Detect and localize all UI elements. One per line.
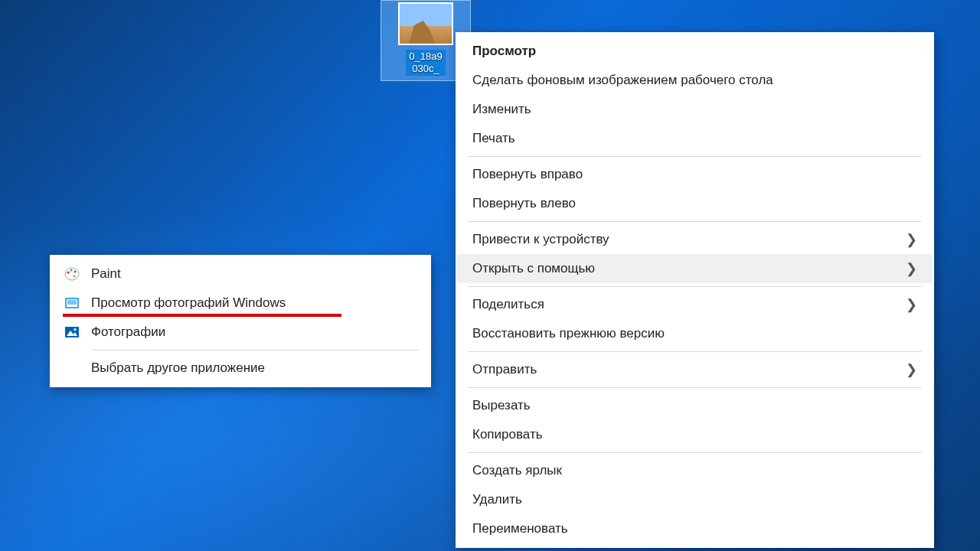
menu-item-set-wallpaper[interactable]: Сделать фоновым изображением рабочего ст… xyxy=(457,66,933,95)
open-with-submenu: Paint Просмотр фотографий Windows Фотогр… xyxy=(50,255,431,387)
svg-point-10 xyxy=(74,328,76,331)
menu-item-send-to[interactable]: Отправить ❯ xyxy=(457,355,933,384)
file-label-line1: 0_18a9 xyxy=(409,51,442,62)
submenu-label: Выбрать другое приложение xyxy=(91,360,265,376)
svg-point-2 xyxy=(70,269,72,271)
context-menu: Просмотр Сделать фоновым изображением ра… xyxy=(456,32,934,548)
menu-label: Сделать фоновым изображением рабочего ст… xyxy=(472,73,773,88)
menu-label: Удалить xyxy=(472,492,522,507)
photo-viewer-icon xyxy=(64,295,80,311)
menu-label: Копировать xyxy=(472,427,543,442)
menu-item-delete[interactable]: Удалить xyxy=(457,485,933,514)
menu-label: Создать ярлык xyxy=(472,463,562,478)
chevron-right-icon: ❯ xyxy=(906,231,917,248)
menu-label: Открыть с помощью xyxy=(472,261,595,276)
chevron-right-icon: ❯ xyxy=(906,260,917,277)
chevron-right-icon: ❯ xyxy=(906,361,917,378)
photos-icon xyxy=(64,324,80,341)
menu-separator xyxy=(468,156,922,157)
menu-label: Повернуть влево xyxy=(472,196,576,211)
svg-point-4 xyxy=(73,275,75,277)
menu-separator xyxy=(91,350,419,350)
file-thumbnail xyxy=(398,2,453,45)
file-label: 0_18a9 030c_ xyxy=(406,50,445,76)
submenu-item-paint[interactable]: Paint xyxy=(51,259,430,289)
menu-separator xyxy=(468,351,922,352)
menu-separator xyxy=(468,286,922,287)
svg-rect-7 xyxy=(67,300,77,305)
submenu-item-choose-other[interactable]: Выбрать другое приложение xyxy=(51,354,430,383)
menu-separator xyxy=(468,452,922,453)
menu-label: Печать xyxy=(472,131,515,146)
menu-label: Восстановить прежнюю версию xyxy=(472,326,665,341)
menu-separator xyxy=(468,387,922,388)
menu-separator xyxy=(468,221,922,222)
paint-icon xyxy=(64,266,80,282)
submenu-label: Просмотр фотографий Windows xyxy=(91,295,286,311)
menu-label: Привести к устройству xyxy=(472,232,609,247)
menu-item-preview[interactable]: Просмотр xyxy=(457,37,933,66)
menu-item-print[interactable]: Печать xyxy=(457,124,933,153)
menu-item-cut[interactable]: Вырезать xyxy=(457,391,933,420)
menu-label: Поделиться xyxy=(472,297,544,312)
menu-item-create-shortcut[interactable]: Создать ярлык xyxy=(457,456,933,485)
menu-label: Вырезать xyxy=(472,398,531,413)
menu-item-share[interactable]: Поделиться ❯ xyxy=(457,290,933,319)
svg-point-1 xyxy=(67,271,69,273)
annotation-underline xyxy=(63,314,341,317)
submenu-label: Paint xyxy=(91,266,121,282)
menu-item-rotate-left[interactable]: Повернуть влево xyxy=(457,189,933,218)
submenu-label: Фотографии xyxy=(91,324,165,340)
svg-point-3 xyxy=(74,270,76,272)
file-label-line2: 030c_ xyxy=(412,63,439,74)
menu-label: Просмотр xyxy=(472,44,536,59)
menu-item-restore-version[interactable]: Восстановить прежнюю версию xyxy=(457,319,933,348)
menu-label: Повернуть вправо xyxy=(472,167,583,182)
menu-item-edit[interactable]: Изменить xyxy=(457,95,933,124)
menu-item-cast-to-device[interactable]: Привести к устройству ❯ xyxy=(457,225,933,254)
submenu-item-photos[interactable]: Фотографии xyxy=(51,318,430,347)
menu-item-rename[interactable]: Переименовать xyxy=(457,514,933,543)
menu-label: Отправить xyxy=(472,362,537,377)
chevron-right-icon: ❯ xyxy=(906,296,917,313)
menu-item-copy[interactable]: Копировать xyxy=(457,420,933,449)
menu-item-rotate-right[interactable]: Повернуть вправо xyxy=(457,160,933,189)
menu-label: Изменить xyxy=(472,102,531,117)
menu-item-open-with[interactable]: Открыть с помощью ❯ xyxy=(457,254,933,283)
menu-label: Переименовать xyxy=(472,521,568,536)
